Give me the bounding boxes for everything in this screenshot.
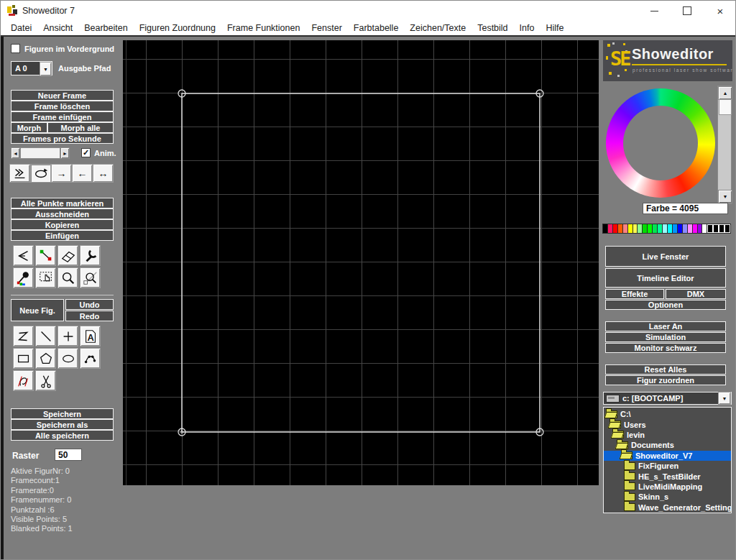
polygon-tool-button[interactable] (35, 348, 56, 369)
palette-color[interactable] (653, 224, 658, 233)
frame-scrollbar-track[interactable] (20, 147, 60, 159)
reset-all-button[interactable]: Reset Alles (605, 364, 726, 375)
select-tool-button[interactable] (13, 245, 34, 266)
raster-input[interactable] (55, 449, 82, 461)
palette-color[interactable] (663, 224, 668, 233)
palette-color[interactable] (683, 224, 688, 233)
hand-select-tool-button[interactable] (35, 267, 56, 288)
output-path-dropdown-button[interactable]: ▼ (40, 62, 52, 76)
assign-figure-button[interactable]: Figur zuordnen (605, 375, 726, 385)
freehand-tool-button[interactable] (13, 370, 34, 391)
anim-checkbox[interactable]: ✓ (81, 148, 91, 157)
scissors-tool-button[interactable] (35, 370, 56, 391)
menu-fenster[interactable]: Fenster (305, 22, 347, 35)
laser-on-button[interactable]: Laser An (605, 321, 726, 331)
menu-datei[interactable]: Datei (5, 22, 37, 35)
palette-color[interactable] (633, 224, 638, 233)
new-figure-button[interactable]: Neue Fig. (11, 299, 64, 321)
tree-item-wave-generator-setting[interactable]: Wave_Generator_Setting (604, 502, 731, 513)
cut-button[interactable]: Ausschneiden (11, 208, 114, 219)
palette-color[interactable] (668, 224, 673, 233)
frames-per-second-button[interactable]: Frames pro Sekunde (11, 133, 114, 144)
minimize-button[interactable] (638, 1, 671, 21)
save-button[interactable]: Speichern (11, 408, 114, 419)
save-as-button[interactable]: Speichern als (11, 419, 114, 430)
point-edit-tool-button[interactable] (35, 245, 56, 266)
tree-item-skinn-s[interactable]: Skinn_s (604, 492, 731, 502)
color-value-field[interactable]: Farbe = 4095 (643, 203, 728, 214)
palette-color[interactable] (707, 224, 713, 233)
scroll-down-button[interactable]: ▼ (718, 190, 732, 203)
palette-color[interactable] (678, 224, 683, 233)
palette-color[interactable] (719, 224, 724, 233)
delete-frame-button[interactable]: Frame löschen (11, 101, 114, 111)
save-all-button[interactable]: Alle speichern (11, 430, 114, 441)
tree-item-livemidimapping[interactable]: LiveMidiMapping (604, 482, 731, 492)
zoom-in-tool-button[interactable] (58, 267, 78, 288)
line-tool-button[interactable] (35, 326, 56, 346)
undo-button[interactable]: Undo (65, 299, 114, 310)
palette-color[interactable] (688, 224, 693, 233)
timeline-editor-button[interactable]: Timeline Editor (605, 268, 726, 288)
palette-color[interactable] (702, 224, 707, 233)
menu-bearbeiten[interactable]: Bearbeiten (78, 22, 133, 35)
rectangle-tool-button[interactable] (13, 348, 34, 369)
polyline-tool-button[interactable] (13, 326, 34, 346)
drive-dropdown-button[interactable]: ▼ (718, 392, 731, 405)
anim-bounce-button[interactable]: ↔ (93, 164, 114, 183)
palette-color[interactable] (618, 224, 623, 233)
maximize-button[interactable] (671, 1, 704, 21)
live-window-button[interactable]: Live Fenster (605, 246, 726, 267)
palette-color[interactable] (643, 224, 648, 233)
foreground-checkbox[interactable] (11, 44, 20, 53)
palette-color[interactable] (658, 224, 663, 233)
bezier-tool-button[interactable] (80, 348, 101, 369)
close-button[interactable]: × (704, 1, 736, 21)
text-tool-button[interactable]: A (80, 326, 101, 346)
tree-item-users[interactable]: Users (604, 419, 731, 429)
ellipse-tool-button[interactable] (58, 348, 78, 369)
morph-all-button[interactable]: Morph alle (47, 122, 114, 133)
color-picker-tool-button[interactable] (13, 267, 34, 288)
menu-hilfe[interactable]: Hilfe (540, 22, 569, 35)
drawing-canvas[interactable] (123, 40, 599, 485)
select-all-points-button[interactable]: Alle Punkte markieren (11, 198, 114, 208)
monitor-black-button[interactable]: Monitor schwarz (605, 343, 726, 353)
palette-color[interactable] (608, 224, 613, 233)
scroll-up-button[interactable]: ▲ (718, 86, 732, 100)
menu-info[interactable]: Info (514, 22, 540, 35)
tree-item-showeditor-v7-selected[interactable]: Showeditor_V7 (604, 451, 731, 461)
simulation-button[interactable]: Simulation (605, 332, 726, 342)
output-path-select[interactable]: A 0 ▼ (11, 61, 52, 75)
palette-color[interactable] (693, 224, 698, 233)
anim-pingpong-button[interactable] (9, 164, 30, 183)
menu-testbild[interactable]: Testbild (472, 22, 513, 35)
anim-loop-button[interactable] (30, 164, 51, 183)
zoom-selection-tool-button[interactable] (80, 267, 101, 288)
frame-scroll-right-button[interactable]: ► (60, 147, 70, 159)
morph-button[interactable]: Morph (11, 122, 47, 133)
menu-zeichen-texte[interactable]: Zeichen/Texte (404, 22, 472, 35)
scrollbar-thumb[interactable] (719, 99, 732, 115)
options-button[interactable]: Optionen (605, 300, 726, 310)
point-tool-button[interactable] (58, 326, 78, 346)
palette-color[interactable] (603, 224, 608, 233)
palette-color[interactable] (713, 224, 719, 233)
anim-backward-button[interactable]: ← (72, 164, 93, 183)
new-frame-button[interactable]: Neuer Frame (11, 90, 114, 101)
palette-color[interactable] (623, 224, 628, 233)
drive-select[interactable]: c: [BOOTCAMP] ▼ (603, 392, 732, 405)
palette-color[interactable] (638, 224, 643, 233)
frame-scroll-left-button[interactable]: ◄ (11, 147, 20, 159)
anim-forward-button[interactable]: → (51, 164, 72, 183)
menu-farbtabelle[interactable]: Farbtabelle (348, 22, 405, 35)
redo-button[interactable]: Redo (65, 311, 114, 321)
tree-item-fixfiguren[interactable]: FixFiguren (604, 461, 731, 471)
copy-button[interactable]: Kopieren (11, 219, 114, 230)
wrench-tool-button[interactable] (80, 245, 101, 266)
menu-figuren-zuordnung[interactable]: Figuren Zuordnung (134, 22, 221, 35)
tree-item-c-drive[interactable]: C:\ (604, 409, 731, 419)
paste-button[interactable]: Einfügen (11, 230, 114, 241)
tree-item-he-s-testbilder[interactable]: HE_s_TestBilder (604, 471, 731, 481)
insert-frame-button[interactable]: Frame einfügen (11, 111, 114, 122)
